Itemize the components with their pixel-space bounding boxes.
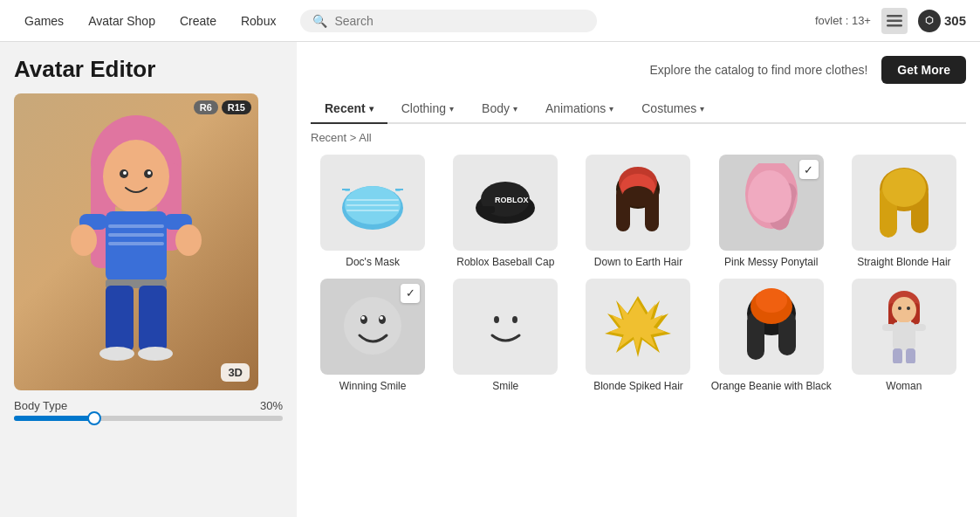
item-name-pink-messy-ponytail: Pink Messy Ponytail bbox=[724, 256, 818, 270]
item-name-straight-blonde-hair: Straight Blonde Hair bbox=[857, 256, 950, 270]
left-panel: Avatar Editor R6 R15 bbox=[0, 42, 297, 517]
tab-recent-label: Recent bbox=[325, 101, 366, 115]
svg-point-69 bbox=[907, 307, 910, 310]
get-more-button[interactable]: Get More bbox=[881, 56, 966, 84]
tab-body-label: Body bbox=[482, 101, 510, 115]
svg-rect-14 bbox=[108, 242, 164, 245]
robux-amount: 305 bbox=[944, 13, 966, 28]
item-name-winning-smile: Winning Smile bbox=[339, 380, 407, 394]
item-straight-blonde-hair[interactable]: Straight Blonde Hair bbox=[842, 155, 966, 270]
tab-recent-arrow: ▾ bbox=[369, 104, 373, 114]
item-name-down-to-earth-hair: Down to Earth Hair bbox=[594, 256, 682, 270]
item-baseball-cap[interactable]: ROBLOX Roblox Baseball Cap bbox=[443, 155, 567, 270]
svg-rect-73 bbox=[893, 348, 902, 363]
item-image-winning-smile: ✓ bbox=[320, 279, 425, 375]
svg-point-55 bbox=[494, 316, 499, 323]
main-content: Avatar Editor R6 R15 bbox=[0, 42, 980, 517]
nav-create[interactable]: Create bbox=[169, 9, 227, 33]
avatar-preview: R6 R15 bbox=[14, 93, 258, 390]
nav-right: fovlet : 13+ ⬡ 305 bbox=[815, 8, 966, 34]
svg-text:ROBLOX: ROBLOX bbox=[495, 196, 529, 204]
svg-rect-74 bbox=[906, 348, 915, 363]
svg-point-10 bbox=[147, 171, 151, 175]
tab-body-arrow: ▾ bbox=[513, 104, 517, 114]
item-name-smile: Smile bbox=[492, 380, 518, 394]
down-earth-hair-icon bbox=[603, 163, 673, 242]
svg-rect-13 bbox=[108, 233, 164, 237]
tab-body[interactable]: Body ▾ bbox=[468, 94, 531, 124]
body-type-slider[interactable] bbox=[14, 416, 283, 421]
svg-rect-11 bbox=[106, 211, 167, 281]
orange-beanie-icon bbox=[737, 287, 806, 366]
svg-point-22 bbox=[99, 347, 134, 361]
nav-games[interactable]: Games bbox=[14, 9, 74, 33]
nav-robux[interactable]: Robux bbox=[230, 9, 286, 33]
item-blonde-spiked-hair[interactable]: Blonde Spiked Hair bbox=[576, 279, 700, 394]
item-name-orange-beanie: Orange Beanie with Black bbox=[711, 380, 832, 394]
svg-point-63 bbox=[756, 288, 787, 313]
svg-point-6 bbox=[103, 140, 169, 213]
banner-text: Explore the catalog to find more clothes… bbox=[650, 63, 868, 77]
item-image-orange-beanie bbox=[719, 279, 824, 375]
top-banner: Explore the catalog to find more clothes… bbox=[311, 56, 966, 84]
svg-point-18 bbox=[175, 224, 202, 256]
nav-links: Games Avatar Shop Create Robux bbox=[14, 9, 286, 33]
menu-icon[interactable] bbox=[881, 8, 908, 34]
tab-animations-label: Animations bbox=[545, 101, 606, 115]
tab-costumes[interactable]: Costumes ▾ bbox=[627, 94, 718, 124]
slider-thumb[interactable] bbox=[87, 411, 101, 425]
item-orange-beanie[interactable]: Orange Beanie with Black bbox=[709, 279, 833, 394]
badge-r6: R6 bbox=[194, 100, 218, 114]
item-docs-mask[interactable]: Doc's Mask bbox=[311, 155, 435, 270]
svg-point-9 bbox=[123, 171, 127, 175]
item-image-pink-messy-ponytail: ✓ bbox=[719, 155, 824, 251]
tab-animations-arrow: ▾ bbox=[609, 104, 613, 114]
item-image-blonde-spiked-hair bbox=[586, 279, 690, 375]
tab-recent[interactable]: Recent ▾ bbox=[311, 94, 387, 124]
svg-point-42 bbox=[622, 186, 654, 207]
item-pink-messy-ponytail[interactable]: ✓ Pink Messy Ponytail bbox=[709, 155, 833, 270]
item-name-baseball-cap: Roblox Baseball Cap bbox=[456, 256, 554, 270]
tab-animations[interactable]: Animations ▾ bbox=[531, 94, 627, 124]
svg-rect-70 bbox=[893, 322, 915, 350]
svg-rect-21 bbox=[139, 286, 167, 351]
nav-avatar-shop[interactable]: Avatar Shop bbox=[78, 9, 166, 33]
items-grid: Doc's Mask ROBLOX Roblox Baseball Cap bbox=[311, 155, 966, 393]
item-image-smile bbox=[453, 279, 558, 375]
item-smile[interactable]: Smile bbox=[443, 279, 567, 394]
tab-costumes-label: Costumes bbox=[641, 101, 696, 115]
svg-point-53 bbox=[361, 316, 365, 320]
breadcrumb: Recent > All bbox=[311, 131, 966, 144]
search-input[interactable] bbox=[334, 14, 585, 28]
tabs: Recent ▾ Clothing ▾ Body ▾ Animations ▾ … bbox=[311, 94, 966, 124]
robux-badge: ⬡ 305 bbox=[918, 10, 966, 32]
item-name-docs-mask: Doc's Mask bbox=[346, 256, 400, 270]
search-bar[interactable]: 🔍 bbox=[300, 10, 597, 32]
item-name-woman: Woman bbox=[886, 380, 922, 394]
smile-icon bbox=[473, 293, 538, 359]
svg-point-68 bbox=[898, 307, 901, 310]
item-woman[interactable]: Woman bbox=[842, 279, 966, 394]
svg-rect-35 bbox=[479, 206, 495, 213]
svg-rect-31 bbox=[346, 204, 399, 206]
item-winning-smile[interactable]: ✓ Winning Smile bbox=[311, 279, 435, 394]
avatar-badges: R6 R15 bbox=[194, 100, 251, 114]
check-badge-pink-ponytail: ✓ bbox=[799, 160, 819, 179]
winning-smile-icon bbox=[340, 293, 406, 359]
blonde-hair-icon bbox=[869, 163, 939, 242]
svg-point-50 bbox=[344, 297, 401, 355]
svg-point-49 bbox=[882, 169, 926, 207]
mask-icon bbox=[338, 175, 408, 231]
item-image-docs-mask bbox=[320, 155, 425, 251]
svg-point-17 bbox=[71, 224, 97, 256]
baseball-cap-icon: ROBLOX bbox=[470, 175, 540, 231]
svg-rect-1 bbox=[887, 19, 902, 22]
robux-icon: ⬡ bbox=[918, 10, 941, 32]
avatar-figure bbox=[58, 111, 215, 373]
right-panel: Explore the catalog to find more clothes… bbox=[297, 42, 980, 517]
body-type-row: Body Type 30% bbox=[14, 399, 283, 412]
item-down-to-earth-hair[interactable]: Down to Earth Hair bbox=[576, 155, 700, 270]
tab-clothing[interactable]: Clothing ▾ bbox=[387, 94, 468, 124]
badge-3d[interactable]: 3D bbox=[221, 363, 250, 382]
svg-rect-20 bbox=[106, 286, 134, 351]
